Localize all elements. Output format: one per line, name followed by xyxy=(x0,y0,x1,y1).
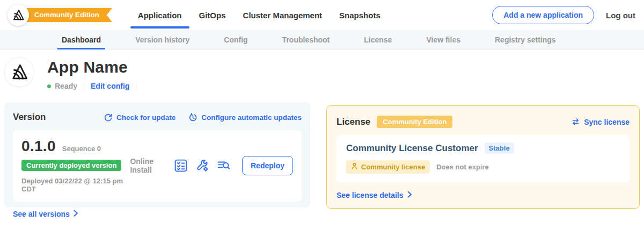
license-type-row: Community license Does not expire xyxy=(346,160,620,174)
app-status-row: Ready Edit config xyxy=(47,82,143,90)
version-card-header: Version Check for update xyxy=(13,112,302,123)
chevron-right-icon xyxy=(407,191,412,200)
app-logo-icon xyxy=(4,57,34,87)
expiry-text: Does not expire xyxy=(436,163,489,171)
top-nav-tabs: Application GitOps Cluster Management Sn… xyxy=(138,0,380,30)
dashboard-cards: Version Check for update xyxy=(0,90,644,209)
person-icon xyxy=(351,162,358,172)
subtab-version-history[interactable]: Version history xyxy=(135,30,189,49)
app-sub-nav: Dashboard Version history Config Trouble… xyxy=(0,30,644,49)
brand-logo-group: Community Edition xyxy=(8,4,112,26)
replicated-logo-icon xyxy=(8,4,29,26)
tab-snapshots[interactable]: Snapshots xyxy=(339,0,380,30)
sync-arrows-icon xyxy=(571,117,580,126)
logout-link[interactable]: Log out xyxy=(606,11,635,20)
community-edition-ribbon: Community Edition xyxy=(15,8,112,22)
tab-application[interactable]: Application xyxy=(138,0,182,30)
status-text: Ready xyxy=(55,82,77,90)
subtab-license[interactable]: License xyxy=(364,30,392,49)
version-card: Version Check for update xyxy=(4,102,310,208)
configure-automatic-updates-link[interactable]: Configure automatic updates xyxy=(188,113,302,122)
tab-gitops[interactable]: GitOps xyxy=(199,0,226,30)
divider xyxy=(84,82,84,90)
tab-cluster-management[interactable]: Cluster Management xyxy=(243,0,323,30)
clock-refresh-icon xyxy=(188,113,197,122)
refresh-icon xyxy=(104,113,113,122)
top-nav: Community Edition Application GitOps Clu… xyxy=(0,0,644,30)
admin-console-page: Community Edition Application GitOps Clu… xyxy=(0,0,644,228)
preflight-checklist-icon[interactable] xyxy=(174,159,187,172)
see-license-details-link[interactable]: See license details xyxy=(336,191,630,200)
version-number-row: 0.1.0 Sequence 0 xyxy=(21,138,130,155)
current-version-panel: 0.1.0 Sequence 0 Currently deployed vers… xyxy=(13,130,302,202)
top-nav-right: Add a new application Log out xyxy=(492,6,635,24)
license-type-chip: Community license xyxy=(346,160,430,174)
version-action-group: Online Install xyxy=(130,156,293,175)
customer-name: Community License Customer xyxy=(346,143,478,154)
license-details-panel: Community License Customer Stable Commun… xyxy=(336,135,630,182)
subtab-registry-settings[interactable]: Registry settings xyxy=(495,30,556,49)
subtab-troubleshoot[interactable]: Troubleshoot xyxy=(282,30,330,49)
install-type-label: Online Install xyxy=(130,157,164,174)
sync-license-link[interactable]: Sync license xyxy=(571,117,630,126)
license-card-title: License xyxy=(336,117,370,127)
subtab-view-files[interactable]: View files xyxy=(426,30,460,49)
customer-row: Community License Customer Stable xyxy=(346,142,620,154)
version-info: 0.1.0 Sequence 0 Currently deployed vers… xyxy=(21,138,130,193)
app-title-block: App Name Ready Edit config xyxy=(47,57,143,90)
page-title: App Name xyxy=(47,58,143,76)
edit-config-link[interactable]: Edit config xyxy=(91,82,129,90)
redeploy-button[interactable]: Redeploy xyxy=(242,156,293,175)
community-edition-badge: Community Edition xyxy=(377,116,452,128)
license-card: License Community Edition Sync license xyxy=(326,105,640,209)
app-header: App Name Ready Edit config xyxy=(0,49,644,90)
chevron-right-icon xyxy=(74,210,78,218)
currently-deployed-badge: Currently deployed version xyxy=(21,160,121,171)
version-card-title: Version xyxy=(13,112,46,123)
deployed-timestamp: Deployed 03/22/22 @ 12:15 pm CDT xyxy=(21,177,130,193)
divider xyxy=(136,82,136,90)
subtab-dashboard[interactable]: Dashboard xyxy=(62,30,101,49)
config-wrench-gear-icon[interactable] xyxy=(196,159,209,172)
see-all-versions-link[interactable]: See all versions xyxy=(13,210,302,218)
version-number: 0.1.0 xyxy=(21,138,56,155)
channel-badge: Stable xyxy=(485,142,514,154)
license-card-header: License Community Edition Sync license xyxy=(336,116,630,128)
check-for-update-link[interactable]: Check for update xyxy=(104,113,175,122)
subtab-config[interactable]: Config xyxy=(224,30,247,49)
ready-status-dot-icon xyxy=(47,84,51,88)
sequence-label: Sequence 0 xyxy=(62,145,101,153)
add-new-application-button[interactable]: Add a new application xyxy=(492,6,594,24)
view-logs-icon[interactable] xyxy=(217,159,230,172)
version-card-actions: Check for update Configure automatic upd… xyxy=(104,113,302,122)
